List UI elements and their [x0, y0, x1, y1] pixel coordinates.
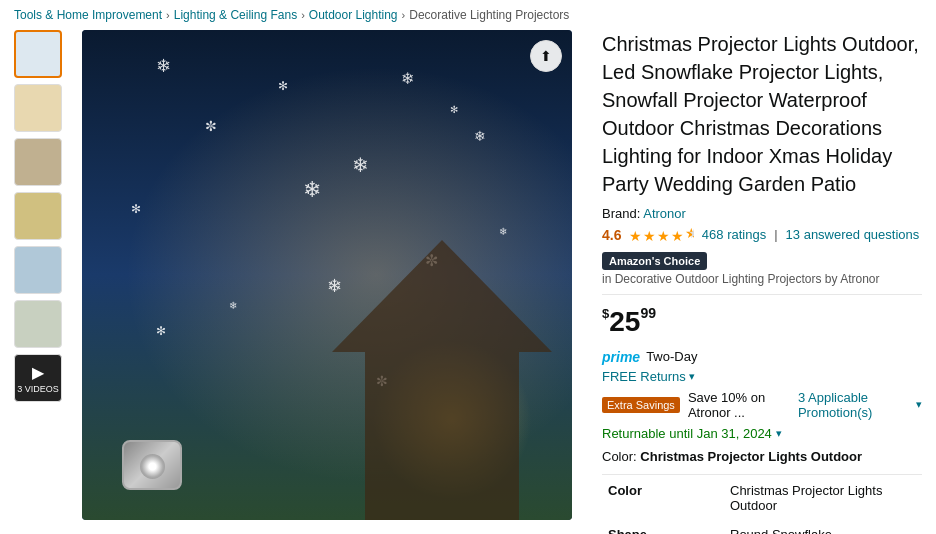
thumbnail-6[interactable] — [14, 300, 62, 348]
answered-questions-link[interactable]: 13 answered questions — [786, 227, 920, 242]
breadcrumb-sep-3: › — [402, 9, 406, 21]
spec-row-1: ShapeRound,Snowflake — [604, 521, 920, 534]
breadcrumb-item-3[interactable]: Outdoor Lighting — [309, 8, 398, 22]
snowflake-4: ✼ — [205, 118, 217, 134]
breadcrumb: Tools & Home Improvement › Lighting & Ce… — [0, 0, 936, 30]
snowflake-6: ✻ — [131, 202, 141, 216]
main-product-image[interactable]: ❄ ✻ ❄ ✼ ❄ ✻ ❄ ✼ ❄ ✻ ❄ ✻ ❄ ✼ ❄ ⬆ — [82, 30, 572, 520]
breadcrumb-item-4: Decorative Lighting Projectors — [409, 8, 569, 22]
free-returns-text: FREE Returns — [602, 369, 686, 384]
spec-value-1: Round,Snowflake — [726, 521, 920, 534]
ratings-link[interactable]: 468 ratings — [702, 227, 766, 242]
spec-value-0: Christmas Projector Lights Outdoor — [726, 477, 920, 519]
prime-row: prime Two-Day — [602, 349, 922, 365]
star-rating: ★★★★★★ — [629, 225, 693, 244]
divider: | — [774, 227, 777, 242]
thumbnail-2[interactable] — [14, 84, 62, 132]
rating-row: 4.6 ★★★★★★ 468 ratings | 13 answered que… — [602, 225, 922, 244]
video-count-label: 3 VIDEOS — [17, 384, 59, 394]
brand-label: Brand: — [602, 206, 640, 221]
snowflake-3: ❄ — [401, 69, 414, 88]
snowflake-12: ✻ — [156, 324, 166, 338]
prime-text: Two-Day — [646, 349, 697, 364]
main-content: ▶ 3 VIDEOS ❄ ✻ ❄ ✼ ❄ ✻ ❄ ✼ ❄ ✻ ❄ ✻ ❄ ✼ ❄ — [0, 30, 936, 534]
share-button[interactable]: ⬆ — [530, 40, 562, 72]
product-title: Christmas Projector Lights Outdoor, Led … — [602, 30, 922, 198]
price-whole: 25 — [609, 306, 640, 337]
thumbnail-1[interactable] — [14, 30, 62, 78]
snowflake-2: ✻ — [278, 79, 288, 93]
color-value: Christmas Projector Lights Outdoor — [640, 449, 862, 464]
snowflake-7: ❄ — [474, 128, 486, 144]
savings-text: Save 10% on Atronor ... — [688, 390, 790, 420]
projector-lens — [140, 454, 165, 479]
savings-row: Extra Savings Save 10% on Atronor ... 3 … — [602, 390, 922, 420]
snowflake-9: ❄ — [229, 300, 237, 311]
amazons-choice-badge: Amazon's Choice — [602, 252, 707, 270]
color-label: Color: — [602, 449, 637, 464]
projector-device — [122, 440, 182, 490]
snowflake-10: ✻ — [450, 104, 458, 115]
snowflake-1: ❄ — [156, 55, 171, 77]
brand-line: Brand: Atronor — [602, 206, 922, 221]
extra-savings-badge: Extra Savings — [602, 397, 680, 413]
rating-number: 4.6 — [602, 227, 621, 243]
thumbnail-list: ▶ 3 VIDEOS — [14, 30, 62, 534]
main-image-container: ❄ ✻ ❄ ✼ ❄ ✻ ❄ ✼ ❄ ✻ ❄ ✻ ❄ ✼ ❄ ⬆ — [82, 30, 582, 534]
free-returns-chevron: ▾ — [689, 370, 695, 383]
snowflake-13: ❄ — [499, 226, 507, 237]
returnable-chevron: ▾ — [776, 427, 782, 440]
thumbnail-video[interactable]: ▶ 3 VIDEOS — [14, 354, 62, 402]
free-returns-link[interactable]: FREE Returns ▾ — [602, 369, 922, 384]
promotions-chevron: ▾ — [916, 398, 922, 411]
thumbnail-5[interactable] — [14, 246, 62, 294]
promotions-link[interactable]: 3 Applicable Promotion(s) — [798, 390, 908, 420]
snowflake-5: ❄ — [352, 153, 369, 177]
returnable-text: Returnable until Jan 31, 2024 — [602, 426, 772, 441]
amazons-choice-badge-container: Amazon's Choice — [602, 252, 922, 272]
breadcrumb-item-1[interactable]: Tools & Home Improvement — [14, 8, 162, 22]
amazons-choice-category: in Decorative Outdoor Lighting Projector… — [602, 272, 922, 286]
thumbnail-3[interactable] — [14, 138, 62, 186]
snowflake-15: ❄ — [327, 275, 342, 297]
spec-row-0: ColorChristmas Projector Lights Outdoor — [604, 477, 920, 519]
breadcrumb-sep-2: › — [301, 9, 305, 21]
price-cents: 99 — [640, 305, 656, 321]
play-icon: ▶ — [32, 363, 44, 382]
snowflake-11: ❄ — [303, 177, 321, 203]
spec-label-1: Shape — [604, 521, 724, 534]
projector-body — [122, 440, 182, 490]
price-section: $2599 — [602, 305, 922, 339]
thumbnail-4[interactable] — [14, 192, 62, 240]
breadcrumb-sep-1: › — [166, 9, 170, 21]
color-section: Color: Christmas Projector Lights Outdoo… — [602, 449, 922, 464]
specs-table: ColorChristmas Projector Lights OutdoorS… — [602, 474, 922, 534]
prime-logo: prime — [602, 349, 640, 365]
brand-link[interactable]: Atronor — [643, 206, 686, 221]
breadcrumb-item-2[interactable]: Lighting & Ceiling Fans — [174, 8, 297, 22]
product-info: Christmas Projector Lights Outdoor, Led … — [602, 30, 922, 534]
spec-label-0: Color — [604, 477, 724, 519]
returnable-row: Returnable until Jan 31, 2024 ▾ — [602, 426, 922, 441]
